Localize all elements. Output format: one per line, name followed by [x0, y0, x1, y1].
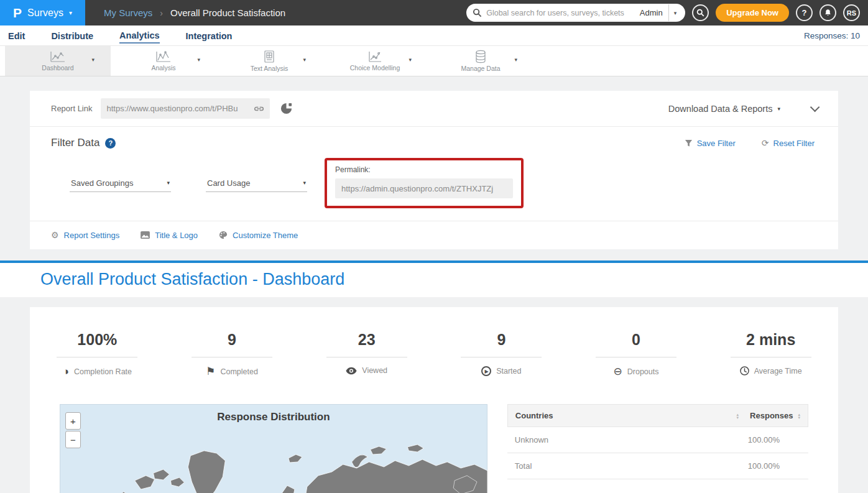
download-label: Download Data & Reports — [668, 104, 773, 114]
product-label: Surveys — [27, 7, 63, 19]
filter-actions: Save Filter ⟳ Reset Filter — [685, 138, 815, 148]
stat-viewed: 23 Viewed — [299, 331, 434, 377]
report-link-field[interactable] — [101, 98, 270, 119]
flag-icon: ⚑ — [206, 366, 215, 377]
search-scope-label: Admin — [634, 8, 668, 17]
reset-filter-button[interactable]: ⟳ Reset Filter — [762, 138, 815, 148]
product-switcher[interactable]: P Surveys ▾ — [0, 0, 85, 25]
stat-label: Started — [496, 367, 521, 376]
search-scope-caret-icon[interactable]: ▾ — [669, 10, 682, 16]
response-distribution-map[interactable]: Response Distribution + − — [60, 404, 487, 493]
toolbar-item-label: Text Analysis — [251, 65, 289, 72]
select-caret-icon: ▾ — [167, 180, 170, 186]
map-zoom-in-button[interactable]: + — [65, 412, 81, 430]
saved-groupings-select[interactable]: Saved Groupings ▾ — [70, 175, 171, 192]
tab-analytics[interactable]: Analytics — [119, 28, 159, 44]
help-button[interactable]: ? — [796, 4, 813, 21]
filter-data-section: Filter Data ? Save Filter ⟳ Reset Filter… — [30, 127, 838, 221]
responses-column-header[interactable]: Responses — [750, 411, 793, 420]
stat-average-time: 2 mins Average Time — [703, 331, 838, 377]
toolbar-manage-data[interactable]: Manage Data ▾ — [428, 46, 533, 76]
topbar-actions: Admin ▾ Upgrade Now ? RS — [466, 0, 868, 25]
image-icon — [141, 231, 150, 239]
tab-edit[interactable]: Edit — [8, 29, 25, 43]
breadcrumb-current: Overall Product Satisfaction — [170, 7, 285, 18]
countries-table-header: Countries ▴▾ Responses ▴▾ — [507, 404, 808, 427]
save-filter-button[interactable]: Save Filter — [685, 139, 736, 148]
breadcrumb: My Surveys › Overall Product Satisfactio… — [104, 0, 285, 25]
customize-theme-link[interactable]: Customize Theme — [219, 231, 298, 240]
link-icon[interactable] — [254, 105, 264, 113]
toolbar-item-label: Dashboard — [42, 64, 73, 71]
report-link-label: Report Link — [51, 104, 92, 113]
report-link-row: Report Link Download Data & Reports ▾ — [30, 91, 838, 127]
report-settings-link[interactable]: ⚙ Report Settings — [51, 230, 119, 240]
toolbar-item-label: Choice Modelling — [350, 64, 400, 71]
global-search[interactable]: Admin ▾ — [466, 4, 685, 22]
report-link-input[interactable] — [106, 104, 254, 113]
card-usage-select[interactable]: Card Usage ▾ — [206, 175, 307, 192]
upgrade-now-button[interactable]: Upgrade Now — [716, 4, 789, 22]
title-logo-link[interactable]: Title & Logo — [141, 231, 198, 240]
permalink-input[interactable] — [341, 184, 507, 193]
toolbar-item-label: Analysis — [151, 64, 175, 71]
play-circle-icon: ▶ — [481, 366, 491, 376]
title-band: Overall Product Satisfaction - Dashboard — [0, 263, 868, 297]
completion-rate-icon: ◑ — [63, 366, 69, 377]
toolbar-text-analysis[interactable]: Text Analysis ▾ — [216, 46, 322, 76]
search-icon — [473, 8, 482, 17]
text-analysis-dropdown-caret-icon[interactable]: ▾ — [303, 57, 306, 63]
toolbar-analysis[interactable]: Analysis ▾ — [111, 46, 216, 76]
manage-data-dropdown-caret-icon[interactable]: ▾ — [514, 57, 517, 63]
tab-distribute[interactable]: Distribute — [51, 29, 93, 43]
live-visualization-icon[interactable] — [280, 102, 293, 115]
permalink-field[interactable] — [335, 178, 513, 198]
report-card-footer: ⚙ Report Settings Title & Logo Customize… — [30, 221, 838, 249]
scatter-chart-icon — [367, 50, 382, 63]
countries-column-header[interactable]: Countries — [515, 411, 737, 420]
tab-integration[interactable]: Integration — [186, 29, 233, 43]
sort-responses-icon[interactable]: ▴▾ — [798, 413, 800, 419]
map-title: Response Distribution — [60, 411, 487, 423]
top-bar: P Surveys ▾ My Surveys › Overall Product… — [0, 0, 868, 25]
stats-row: 100% ◑ Completion Rate 9 ⚑ Completed 23 … — [30, 331, 838, 377]
stat-label: Completion Rate — [74, 367, 132, 376]
user-avatar[interactable]: RS — [843, 4, 860, 21]
responses-count: Responses: 10 — [804, 31, 860, 40]
analysis-dropdown-caret-icon[interactable]: ▾ — [197, 57, 200, 63]
stat-started: 9 ▶ Started — [434, 331, 569, 377]
palette-icon — [219, 231, 228, 239]
save-filter-label: Save Filter — [697, 139, 736, 148]
search-button[interactable] — [692, 4, 709, 21]
table-row: Unknown 100.00% — [507, 427, 808, 453]
toolbar-dashboard[interactable]: Dashboard ▾ — [5, 46, 111, 76]
notifications-button[interactable] — [820, 4, 836, 21]
stat-dropouts: 0 ⊖ Dropouts — [569, 331, 704, 377]
chevron-down-icon: ▾ — [69, 9, 72, 16]
funnel-icon — [685, 139, 693, 147]
collapse-panel-chevron-icon[interactable] — [810, 103, 820, 113]
world-map[interactable] — [60, 437, 487, 493]
analytics-toolbar: Dashboard ▾ Analysis ▾ Text Analysis ▾ C… — [0, 46, 868, 76]
breadcrumb-separator-icon: › — [160, 8, 163, 18]
breadcrumb-my-surveys[interactable]: My Surveys — [104, 7, 152, 18]
download-caret-icon: ▾ — [777, 106, 780, 112]
sort-countries-icon[interactable]: ▴▾ — [737, 413, 739, 419]
choice-modelling-dropdown-caret-icon[interactable]: ▾ — [409, 57, 412, 63]
dashboard-dropdown-caret-icon[interactable]: ▾ — [91, 57, 95, 63]
download-data-reports-menu[interactable]: Download Data & Reports ▾ — [668, 104, 780, 114]
dashboard-card: 100% ◑ Completion Rate 9 ⚑ Completed 23 … — [30, 307, 838, 493]
report-settings-card: Report Link Download Data & Reports ▾ Fi… — [30, 91, 838, 249]
toolbar-choice-modelling[interactable]: Choice Modelling ▾ — [322, 46, 428, 76]
filter-controls-row: Saved Groupings ▾ Card Usage ▾ Permalink… — [51, 158, 826, 208]
reset-filter-label: Reset Filter — [773, 139, 815, 148]
page-title: Overall Product Satisfaction - Dashboard — [40, 270, 344, 288]
filter-help-icon[interactable]: ? — [105, 138, 116, 149]
stat-label: Viewed — [362, 366, 387, 375]
table-row: Total 100.00% — [507, 453, 808, 479]
questionpro-logo-icon: P — [13, 6, 22, 21]
text-document-icon — [263, 50, 275, 63]
global-search-input[interactable] — [486, 9, 634, 17]
analysis-chart-icon — [155, 50, 172, 63]
stat-completion-rate: 100% ◑ Completion Rate — [30, 331, 165, 377]
